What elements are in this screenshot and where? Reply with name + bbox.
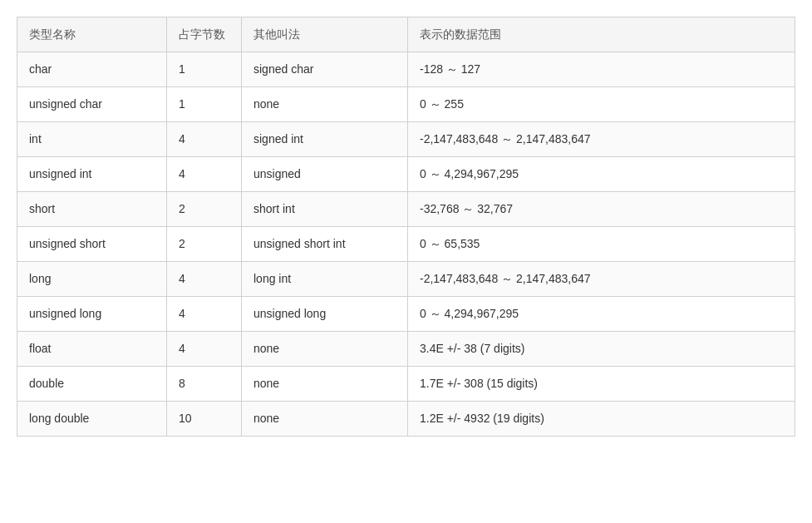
table-row: unsigned short2unsigned short int0 ～ 65,… xyxy=(17,227,795,262)
cell-alias: long int xyxy=(242,262,408,297)
cell-bytes: 2 xyxy=(167,192,242,227)
cell-range: 1.2E +/- 4932 (19 digits) xyxy=(408,402,795,437)
cell-range: 0 ～ 65,535 xyxy=(408,227,795,262)
table-row: double8none1.7E +/- 308 (15 digits) xyxy=(17,367,795,402)
cell-type: unsigned short xyxy=(17,227,167,262)
cell-alias: unsigned xyxy=(242,157,408,192)
cell-type: char xyxy=(17,52,167,87)
cell-range: -2,147,483,648 ～ 2,147,483,647 xyxy=(408,122,795,157)
cell-alias: none xyxy=(242,367,408,402)
data-types-table: 类型名称 占字节数 其他叫法 表示的数据范围 char1signed char-… xyxy=(17,17,795,437)
cell-range: 1.7E +/- 308 (15 digits) xyxy=(408,367,795,402)
cell-type: unsigned char xyxy=(17,87,167,122)
table-row: long double10none1.2E +/- 4932 (19 digit… xyxy=(17,402,795,437)
table-row: unsigned char1none0 ～ 255 xyxy=(17,87,795,122)
cell-type: unsigned long xyxy=(17,297,167,332)
cell-bytes: 4 xyxy=(167,157,242,192)
header-type: 类型名称 xyxy=(17,17,167,52)
header-bytes: 占字节数 xyxy=(167,17,242,52)
cell-bytes: 1 xyxy=(167,52,242,87)
cell-range: 0 ～ 255 xyxy=(408,87,795,122)
cell-bytes: 10 xyxy=(167,402,242,437)
cell-bytes: 1 xyxy=(167,87,242,122)
cell-range: 3.4E +/- 38 (7 digits) xyxy=(408,332,795,367)
cell-type: int xyxy=(17,122,167,157)
cell-alias: short int xyxy=(242,192,408,227)
header-alias: 其他叫法 xyxy=(242,17,408,52)
cell-bytes: 4 xyxy=(167,262,242,297)
table-row: long4long int-2,147,483,648 ～ 2,147,483,… xyxy=(17,262,795,297)
cell-range: 0 ～ 4,294,967,295 xyxy=(408,297,795,332)
table-row: float4none3.4E +/- 38 (7 digits) xyxy=(17,332,795,367)
cell-type: double xyxy=(17,367,167,402)
cell-alias: signed char xyxy=(242,52,408,87)
cell-type: long double xyxy=(17,402,167,437)
cell-alias: none xyxy=(242,332,408,367)
cell-alias: signed int xyxy=(242,122,408,157)
cell-range: -32,768 ～ 32,767 xyxy=(408,192,795,227)
cell-type: float xyxy=(17,332,167,367)
cell-alias: none xyxy=(242,87,408,122)
table-row: short2short int-32,768 ～ 32,767 xyxy=(17,192,795,227)
cell-type: short xyxy=(17,192,167,227)
cell-bytes: 8 xyxy=(167,367,242,402)
header-range: 表示的数据范围 xyxy=(408,17,795,52)
cell-range: 0 ～ 4,294,967,295 xyxy=(408,157,795,192)
cell-bytes: 4 xyxy=(167,332,242,367)
cell-bytes: 4 xyxy=(167,122,242,157)
table-container: 类型名称 占字节数 其他叫法 表示的数据范围 char1signed char-… xyxy=(17,17,795,437)
table-row: unsigned int4unsigned0 ～ 4,294,967,295 xyxy=(17,157,795,192)
table-row: char1signed char-128 ～ 127 xyxy=(17,52,795,87)
cell-alias: unsigned long xyxy=(242,297,408,332)
table-row: int4signed int-2,147,483,648 ～ 2,147,483… xyxy=(17,122,795,157)
cell-range: -128 ～ 127 xyxy=(408,52,795,87)
table-row: unsigned long4unsigned long0 ～ 4,294,967… xyxy=(17,297,795,332)
cell-bytes: 4 xyxy=(167,297,242,332)
cell-bytes: 2 xyxy=(167,227,242,262)
cell-type: unsigned int xyxy=(17,157,167,192)
cell-alias: none xyxy=(242,402,408,437)
cell-alias: unsigned short int xyxy=(242,227,408,262)
cell-type: long xyxy=(17,262,167,297)
table-header-row: 类型名称 占字节数 其他叫法 表示的数据范围 xyxy=(17,17,795,52)
cell-range: -2,147,483,648 ～ 2,147,483,647 xyxy=(408,262,795,297)
